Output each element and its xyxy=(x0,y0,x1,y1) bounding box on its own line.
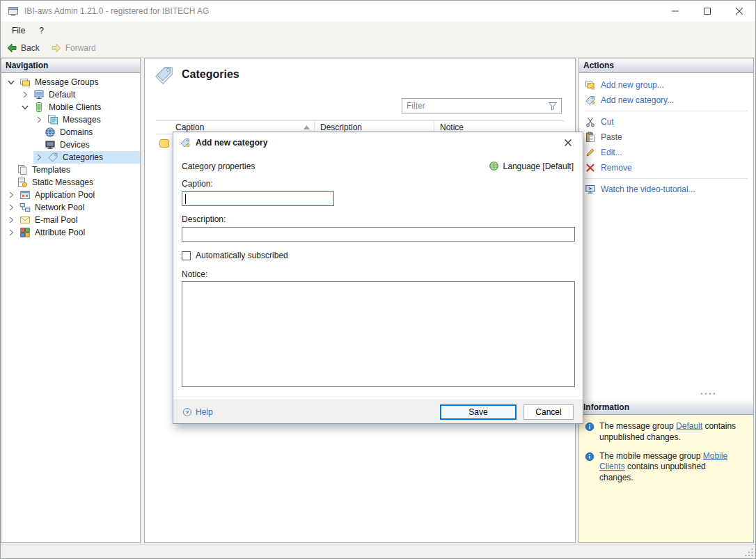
caption-input[interactable] xyxy=(182,192,333,205)
chevron-right-icon[interactable] xyxy=(33,152,45,163)
toolbar: Back Forward xyxy=(1,39,755,58)
dialog-close-icon xyxy=(564,139,572,147)
auto-subscribed-row: Automatically subscribed xyxy=(182,251,288,260)
info-text-prefix: The mobile message group xyxy=(599,451,703,461)
help-icon: ? xyxy=(182,407,192,417)
action-add-new-group[interactable]: Add new group... xyxy=(579,77,753,93)
navigation-header: Navigation xyxy=(1,58,140,73)
expander-spacer xyxy=(33,127,45,138)
panel-splitter-grip[interactable] xyxy=(699,392,717,395)
navigation-tree: Message GroupsDefaultMobile ClientsMessa… xyxy=(1,73,140,239)
action-edit[interactable]: Edit... xyxy=(579,145,753,160)
save-button[interactable]: Save xyxy=(440,404,517,420)
menu-help[interactable]: ? xyxy=(32,23,51,38)
expander-spacer xyxy=(33,139,45,150)
tree-item-domains[interactable]: Domains xyxy=(1,126,140,139)
close-button[interactable] xyxy=(723,1,755,22)
chevron-right-icon[interactable] xyxy=(6,189,17,200)
notice-textarea[interactable] xyxy=(182,281,575,387)
default-group-icon xyxy=(33,89,45,100)
cancel-button[interactable]: Cancel xyxy=(523,404,574,420)
text-caret xyxy=(185,194,186,204)
menu-file[interactable]: File xyxy=(5,23,32,38)
info-icon xyxy=(585,422,594,432)
tree-item-categories[interactable]: Categories xyxy=(1,151,140,164)
tree-item-label: Categories xyxy=(61,152,104,163)
actions-header: Actions xyxy=(579,58,753,73)
actions-list: Add new group...Add new category...CutPa… xyxy=(579,73,753,197)
description-input[interactable] xyxy=(182,227,575,242)
tree-item-attribute-pool[interactable]: Attribute Pool xyxy=(1,226,140,239)
info-item: The mobile message group Mobile Clients … xyxy=(579,445,753,485)
tree-item-application-pool[interactable]: Application Pool xyxy=(1,189,140,201)
tree-item-static-messages[interactable]: Static Messages xyxy=(1,176,140,189)
tree-item-message-groups[interactable]: Message Groups xyxy=(1,76,140,88)
filter-icon[interactable] xyxy=(547,100,558,111)
info-icon xyxy=(585,452,594,462)
globe-icon xyxy=(489,161,499,171)
devices-icon xyxy=(45,139,56,150)
back-button[interactable]: Back xyxy=(6,42,40,54)
chevron-right-icon[interactable] xyxy=(6,214,17,226)
resize-grip-icon[interactable] xyxy=(744,547,754,557)
maximize-button[interactable] xyxy=(691,1,723,22)
info-link-default[interactable]: Default xyxy=(676,421,702,431)
chevron-right-icon[interactable] xyxy=(19,89,31,100)
tree-item-mobile-clients[interactable]: Mobile Clients xyxy=(1,101,140,113)
maximize-icon xyxy=(704,8,711,15)
chevron-right-icon[interactable] xyxy=(6,202,17,213)
column-label: Notice xyxy=(440,123,464,132)
templates-icon xyxy=(17,164,28,175)
minimize-button[interactable] xyxy=(659,1,691,22)
action-paste[interactable]: Paste xyxy=(579,129,753,145)
expander-spacer xyxy=(6,177,17,188)
chevron-right-icon[interactable] xyxy=(6,227,17,238)
page-header: Categories xyxy=(154,64,239,85)
dialog-close-button[interactable] xyxy=(560,134,576,151)
tree-item-label: Message Groups xyxy=(33,77,100,88)
attribute-pool-icon xyxy=(19,227,31,238)
add-category-icon xyxy=(180,137,191,148)
forward-button[interactable]: Forward xyxy=(51,42,96,54)
add-group-icon xyxy=(585,79,596,90)
tree-item-e-mail-pool[interactable]: E-mail Pool xyxy=(1,214,140,226)
tree-item-network-pool[interactable]: Network Pool xyxy=(1,201,140,214)
right-panel: Actions Add new group...Add new category… xyxy=(578,58,754,543)
chevron-down-icon[interactable] xyxy=(19,102,31,113)
caption-label: Caption: xyxy=(182,179,213,189)
statusbar xyxy=(1,544,755,558)
chevron-right-icon[interactable] xyxy=(33,114,45,125)
messages-icon xyxy=(47,114,58,125)
action-add-new-category[interactable]: Add new category... xyxy=(579,93,753,108)
action-watch-the-video-tutorial[interactable]: Watch the video-tutorial... xyxy=(579,182,753,197)
categories-icon xyxy=(47,152,58,163)
sort-asc-icon xyxy=(304,125,310,129)
info-item: The message group Default contains unpub… xyxy=(579,415,753,445)
auto-subscribed-checkbox[interactable] xyxy=(182,251,191,260)
help-label: Help xyxy=(196,407,213,417)
separator xyxy=(585,178,748,179)
navigation-panel: Navigation Message GroupsDefaultMobile C… xyxy=(1,58,141,543)
tree-item-label: Devices xyxy=(58,139,91,150)
action-cut[interactable]: Cut xyxy=(579,114,753,129)
action-remove[interactable]: Remove xyxy=(579,160,753,175)
action-label: Cut xyxy=(601,117,614,127)
back-icon xyxy=(6,42,17,54)
column-label: Caption xyxy=(175,123,204,132)
tree-item-label: Static Messages xyxy=(31,177,95,188)
filter-input[interactable] xyxy=(402,101,547,111)
filter-box xyxy=(402,98,562,113)
page-title: Categories xyxy=(182,68,239,81)
help-link[interactable]: ? Help xyxy=(182,407,213,417)
titlebar: IBI-aws Admin 1.21.0 - registered for IB… xyxy=(1,1,755,22)
paste-icon xyxy=(585,132,596,143)
chevron-down-icon[interactable] xyxy=(6,77,17,88)
tree-item-default[interactable]: Default xyxy=(1,88,140,101)
tree-item-messages[interactable]: Messages xyxy=(1,113,140,126)
tree-item-templates[interactable]: Templates xyxy=(1,164,140,176)
domains-icon xyxy=(45,127,56,138)
dialog-title: Add new category xyxy=(196,138,267,148)
tree-item-devices[interactable]: Devices xyxy=(1,139,140,151)
language-selector[interactable]: Language [Default] xyxy=(489,161,574,171)
tree-item-label: Mobile Clients xyxy=(47,102,102,113)
